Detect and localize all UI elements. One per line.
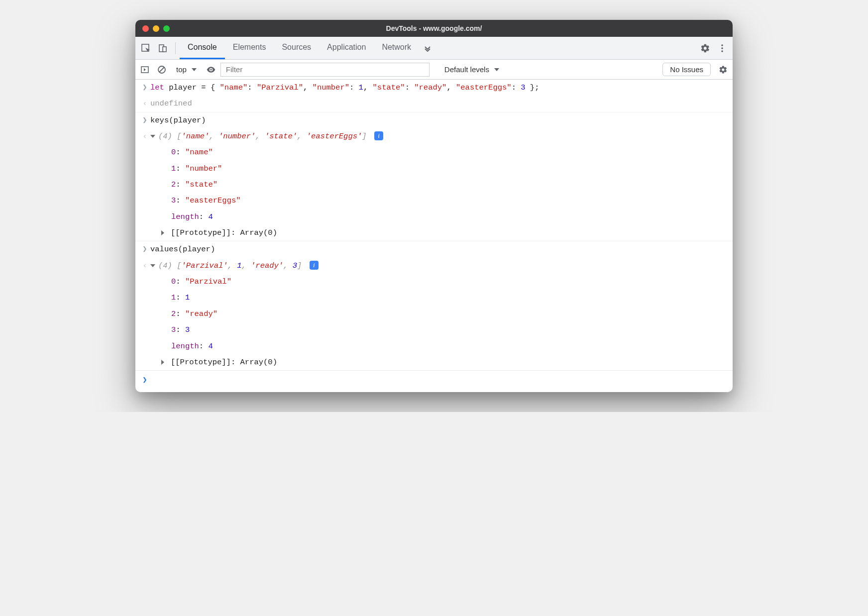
array-entry[interactable]: 0: "Parzival": [135, 274, 733, 290]
array-length[interactable]: length: 4: [135, 209, 733, 225]
live-expression-button[interactable]: [204, 62, 218, 77]
array-summary: (4) ['Parzival', 1, 'ready', 3] i: [150, 259, 733, 272]
main-tabbar: Console Elements Sources Application Net…: [135, 37, 733, 60]
array-summary: (4) ['name', 'number', 'state', 'easterE…: [150, 130, 733, 143]
filter-input[interactable]: [220, 63, 430, 77]
array-length[interactable]: length: 4: [135, 338, 733, 354]
console-input-text: keys(player): [150, 114, 733, 127]
array-entry[interactable]: 3: "easterEggs": [135, 193, 733, 208]
tab-console[interactable]: Console: [180, 37, 225, 59]
expand-toggle-icon[interactable]: [161, 230, 167, 235]
array-entry[interactable]: 2: "state": [135, 177, 733, 193]
svg-rect-2: [163, 47, 166, 52]
array-entry[interactable]: 1: "number": [135, 161, 733, 177]
console-result-row: ‹ undefined: [135, 96, 733, 112]
tab-sources[interactable]: Sources: [274, 37, 319, 59]
issues-button[interactable]: No Issues: [662, 63, 711, 76]
console-output: ❯ let player = { "name": "Parzival", "nu…: [135, 80, 733, 392]
panel-tabs: Console Elements Sources Application Net…: [180, 37, 419, 59]
divider: [175, 42, 176, 54]
chevron-down-icon: [494, 68, 499, 71]
console-result-row[interactable]: ‹ (4) ['Parzival', 1, 'ready', 3] i: [135, 258, 733, 274]
traffic-lights: [142, 25, 170, 32]
tab-network[interactable]: Network: [374, 37, 419, 59]
console-toolbar: top Default levels No Issues: [135, 60, 733, 80]
context-label: top: [176, 65, 187, 74]
prompt-caret-icon: ❯: [139, 374, 150, 387]
console-prompt[interactable]: ❯: [135, 370, 733, 392]
settings-button[interactable]: [697, 40, 714, 57]
console-input-row[interactable]: ❯ values(player): [135, 241, 733, 257]
maximize-window-button[interactable]: [163, 25, 170, 32]
result-caret-icon: ‹: [139, 259, 150, 272]
window-title: DevTools - www.google.com/: [135, 24, 733, 32]
array-entry[interactable]: 2: "ready": [135, 306, 733, 322]
input-caret-icon: ❯: [139, 81, 150, 94]
array-prototype[interactable]: [[Prototype]]: Array(0): [135, 225, 733, 241]
info-icon[interactable]: i: [310, 261, 319, 270]
console-input-row[interactable]: ❯ keys(player): [135, 112, 733, 128]
issues-label: No Issues: [670, 65, 703, 74]
device-toolbar-button[interactable]: [154, 40, 171, 57]
array-entry[interactable]: 3: 3: [135, 322, 733, 338]
svg-point-9: [210, 69, 212, 70]
toggle-sidebar-button[interactable]: [137, 62, 152, 77]
result-caret-icon: ‹: [139, 130, 150, 143]
console-input-row[interactable]: ❯ let player = { "name": "Parzival", "nu…: [135, 80, 733, 96]
chevron-down-icon: [192, 68, 197, 71]
tab-elements[interactable]: Elements: [225, 37, 274, 59]
kebab-menu-button[interactable]: [714, 40, 731, 57]
info-icon[interactable]: i: [374, 131, 383, 140]
inspect-element-button[interactable]: [137, 40, 154, 57]
console-result-row[interactable]: ‹ (4) ['name', 'number', 'state', 'easte…: [135, 128, 733, 144]
devtools-window: DevTools - www.google.com/ Console Eleme…: [135, 20, 733, 392]
array-prototype[interactable]: [[Prototype]]: Array(0): [135, 354, 733, 370]
titlebar: DevTools - www.google.com/: [135, 20, 733, 37]
array-entry[interactable]: 0: "name": [135, 144, 733, 160]
context-selector[interactable]: top: [171, 62, 202, 77]
more-tabs-button[interactable]: [419, 37, 436, 59]
tab-application[interactable]: Application: [319, 37, 374, 59]
expand-toggle-icon[interactable]: [161, 360, 167, 365]
input-caret-icon: ❯: [139, 243, 150, 256]
svg-point-5: [721, 50, 723, 52]
close-window-button[interactable]: [142, 25, 149, 32]
log-level-selector[interactable]: Default levels: [438, 65, 505, 74]
svg-point-4: [721, 47, 723, 49]
svg-point-3: [721, 44, 723, 46]
result-caret-icon: ‹: [139, 97, 150, 110]
console-result-text: undefined: [150, 97, 733, 110]
console-settings-button[interactable]: [716, 62, 731, 77]
expand-toggle-icon[interactable]: [150, 264, 155, 267]
console-input-text: values(player): [150, 243, 733, 256]
clear-console-button[interactable]: [154, 62, 169, 77]
expand-toggle-icon[interactable]: [150, 135, 155, 138]
svg-line-8: [160, 67, 164, 72]
array-entry[interactable]: 1: 1: [135, 290, 733, 306]
console-input-text: let player = { "name": "Parzival", "numb…: [150, 81, 733, 94]
input-caret-icon: ❯: [139, 114, 150, 127]
minimize-window-button[interactable]: [153, 25, 159, 32]
log-level-label: Default levels: [444, 65, 489, 74]
